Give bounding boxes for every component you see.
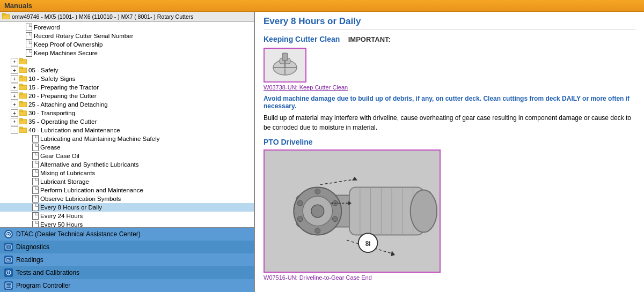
readings-icon <box>4 256 13 264</box>
section1-title: Keeping Cutter Clean <box>264 35 340 43</box>
breadcrumb-text: omw49746 - MX5 (1001- ) MX6 (110010 - ) … <box>12 13 193 20</box>
page-icon-perform-lub <box>32 186 39 194</box>
svg-point-46 <box>315 189 320 194</box>
page-icon-every50 <box>32 221 39 227</box>
toolbar-program[interactable]: </> Program Controller <box>0 279 254 292</box>
page-icon-gear-case-oil <box>32 152 39 160</box>
manuals-title: Manuals <box>4 2 32 10</box>
svg-point-59 <box>411 190 437 232</box>
toggle-preparing-cutter[interactable]: + <box>11 92 18 100</box>
dtac-icon: D <box>4 230 13 238</box>
svg-text:</>: </> <box>6 284 11 288</box>
page-icon-mixing <box>32 169 39 177</box>
svg-point-31 <box>8 273 9 274</box>
tree-item-lubrication[interactable]: - 40 - Lubrication and Maintenance <box>0 126 254 134</box>
tree-item-lubricant-storage[interactable]: Lubricant Storage <box>0 177 254 186</box>
svg-rect-15 <box>19 110 23 111</box>
folder-icon-operating <box>19 118 27 125</box>
svg-rect-1 <box>2 13 5 15</box>
tree-item-safety-signs[interactable]: + 10 - Safety Signs <box>0 74 254 83</box>
tree-item-every8[interactable]: Every 8 Hours or Daily <box>0 203 254 212</box>
tree-item-keep-machines[interactable]: Keep Machines Secure <box>0 49 254 57</box>
svg-rect-9 <box>19 84 23 86</box>
pto-caption: W07516-UN: Driveline-to-Gear Case End <box>264 274 635 281</box>
toolbar-diagnostics[interactable]: Diagnostics <box>0 241 254 253</box>
breadcrumb: omw49746 - MX5 (1001- ) MX6 (110010 - ) … <box>0 12 254 22</box>
tree-item-perform-lub[interactable]: Perform Lubrication and Maintenance <box>0 186 254 194</box>
tree-item-attaching[interactable]: + 25 - Attaching and Detaching <box>0 100 254 109</box>
tree-item-every24[interactable]: Every 24 Hours <box>0 212 254 220</box>
pto-driveline-image: 8i <box>265 149 440 273</box>
toolbar-dtac[interactable]: D DTAC (Dealer Technical Assistance Cent… <box>0 228 254 241</box>
tree-item-preparing-tractor[interactable]: + 15 - Preparing the Tractor <box>0 83 254 92</box>
svg-point-48 <box>332 216 338 222</box>
toggle-operating[interactable]: + <box>11 118 18 125</box>
keeping-clean-section: Keeping Cutter Clean IMPORTANT: <box>264 35 635 43</box>
svg-point-51 <box>297 200 303 206</box>
tree-item-grease[interactable]: Grease <box>0 143 254 152</box>
body-text: Build up of material may interfere with … <box>264 113 635 132</box>
page-icon-observe <box>32 195 39 203</box>
tree-item-every50[interactable]: Every 50 Hours <box>0 220 254 227</box>
folder-icon-attaching <box>19 101 27 108</box>
tree-item-safety[interactable]: + 05 - Safety <box>0 66 254 74</box>
folder-icon-spacer <box>19 58 27 65</box>
toggle-preparing-tractor[interactable]: + <box>11 84 18 91</box>
svg-point-50 <box>297 216 303 222</box>
tests-icon <box>4 268 13 277</box>
program-icon: </> <box>4 281 13 290</box>
toggle-attaching[interactable]: + <box>11 101 18 108</box>
svg-point-45 <box>311 205 324 218</box>
toolbar-readings[interactable]: Readings <box>0 253 254 266</box>
folder-icon-prep-cutter <box>19 92 27 100</box>
page-icon-every8 <box>32 204 39 211</box>
folder-icon-root <box>2 13 10 20</box>
readings-label: Readings <box>16 256 43 264</box>
bottom-toolbar: D DTAC (Dealer Technical Assistance Cent… <box>0 227 254 292</box>
tree-item-record-rotary[interactable]: Record Rotary Cutter Serial Number <box>0 32 254 40</box>
left-panel: omw49746 - MX5 (1001- ) MX6 (110010 - ) … <box>0 12 255 292</box>
toggle-safety[interactable]: + <box>11 66 18 74</box>
svg-rect-26 <box>6 258 11 262</box>
svg-rect-11 <box>19 93 23 94</box>
tree-item-preparing-cutter[interactable]: + 20 - Preparing the Cutter <box>0 92 254 100</box>
folder-icon-lubrication <box>19 126 27 134</box>
important-label: IMPORTANT: <box>348 35 391 43</box>
diagnostics-label: Diagnostics <box>16 243 49 251</box>
page-icon-record <box>26 32 32 40</box>
tree-item-gear-case-oil[interactable]: Gear Case Oil <box>0 152 254 160</box>
svg-rect-3 <box>19 58 23 60</box>
cutter-image <box>265 49 305 81</box>
folder-icon-prep-tractor <box>19 84 27 91</box>
toggle-lubrication[interactable]: - <box>11 126 18 134</box>
toggle-transporting[interactable]: + <box>11 109 18 117</box>
tree-item-operating[interactable]: + 35 - Operating the Cutter <box>0 117 254 126</box>
tree-area[interactable]: Foreword Record Rotary Cutter Serial Num… <box>0 22 254 227</box>
tree-item-lub-safely[interactable]: Lubricating and Maintaining Machine Safe… <box>0 134 254 143</box>
svg-point-49 <box>315 228 320 234</box>
toggle-safety-signs[interactable]: + <box>11 75 18 83</box>
manuals-header: Manuals <box>0 0 644 12</box>
pto-image-box: 8i <box>264 149 441 273</box>
toggle-spacer[interactable]: + <box>11 58 18 65</box>
page-icon-every24 <box>32 212 39 220</box>
tree-item-keep-proof[interactable]: Keep Proof of Ownership <box>0 40 254 49</box>
tree-item-observe[interactable]: Observe Lubrication Symbols <box>0 194 254 203</box>
tree-item-spacer[interactable]: + <box>0 57 254 66</box>
tree-item-transporting[interactable]: + 30 - Transporting <box>0 109 254 117</box>
svg-rect-7 <box>19 76 23 77</box>
tree-item-alt-lubricants[interactable]: Alternative and Synthetic Lubricants <box>0 160 254 169</box>
folder-icon-safety-signs <box>19 75 27 83</box>
svg-rect-19 <box>19 127 23 129</box>
folder-icon-transporting <box>19 109 27 117</box>
tree-item-mixing[interactable]: Mixing of Lubricants <box>0 169 254 177</box>
section1-image-caption[interactable]: W03738-UN: Keep Cutter Clean <box>264 84 348 91</box>
tree-item-foreword[interactable]: Foreword <box>0 23 254 32</box>
toolbar-tests[interactable]: Tests and Calibrations <box>0 266 254 279</box>
pto-image-wrapper: 8i W07516-UN: Driveline-to-Gear Case End <box>264 149 635 281</box>
page-icon-keep-machines <box>26 49 32 57</box>
svg-rect-13 <box>19 101 23 103</box>
page-icon-lubricant-storage <box>32 178 39 185</box>
svg-rect-37 <box>282 53 288 61</box>
page-icon-grease <box>32 144 39 151</box>
